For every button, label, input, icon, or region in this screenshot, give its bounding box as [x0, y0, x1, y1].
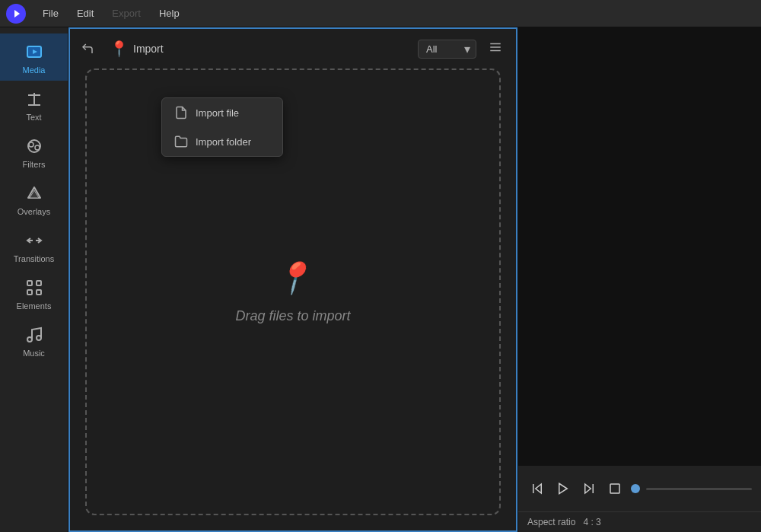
svg-rect-15 [37, 281, 41, 285]
elements-icon [24, 277, 45, 298]
progress-indicator [631, 484, 640, 493]
sidebar-label-text: Text [26, 113, 41, 122]
main-layout: Media Text Filters [0, 27, 761, 532]
step-forward-button[interactable] [579, 479, 599, 499]
import-button[interactable]: 📍 Import [103, 37, 170, 61]
import-folder-item[interactable]: Import folder [162, 127, 282, 156]
back-button[interactable] [78, 39, 97, 59]
media-icon [24, 41, 45, 62]
step-backward-button[interactable] [527, 479, 547, 499]
svg-rect-16 [27, 290, 32, 295]
filter-select-wrapper[interactable]: All Video Audio Image [418, 40, 476, 59]
sidebar: Media Text Filters [0, 27, 68, 532]
play-button[interactable] [553, 479, 573, 499]
media-toolbar: 📍 Import All Video Audio Image [78, 37, 508, 61]
filter-select[interactable]: All Video Audio Image [418, 40, 476, 59]
sidebar-label-transitions: Transitions [14, 254, 54, 263]
menu-file[interactable]: File [35, 5, 66, 22]
text-icon [24, 88, 45, 110]
aspect-ratio-label: Aspect ratio [527, 517, 575, 527]
transitions-icon [24, 230, 45, 251]
sidebar-label-overlays: Overlays [18, 207, 50, 216]
sidebar-label-media: Media [23, 65, 46, 75]
sidebar-label-elements: Elements [17, 301, 52, 311]
svg-point-18 [27, 337, 32, 342]
drop-zone-marker-icon: 📍 [274, 260, 312, 296]
menu-export: Export [104, 5, 148, 22]
import-file-item[interactable]: Import file [162, 98, 282, 127]
import-label: Import [133, 43, 164, 55]
import-folder-label: Import folder [196, 136, 251, 148]
svg-point-19 [37, 336, 41, 340]
list-view-button[interactable] [482, 37, 508, 60]
menubar: File Edit Export Help [0, 0, 761, 27]
svg-marker-0 [14, 10, 20, 18]
svg-marker-23 [536, 484, 542, 493]
overlays-icon [24, 183, 45, 204]
music-icon: ♪ [24, 324, 45, 346]
sidebar-label-music: Music [23, 349, 45, 358]
svg-point-8 [35, 145, 40, 150]
svg-rect-14 [27, 281, 32, 285]
progress-bar[interactable] [646, 488, 752, 490]
aspect-ratio-value: 4 : 3 [583, 517, 600, 527]
import-dropdown: Import file Import folder [161, 97, 283, 157]
svg-marker-25 [559, 483, 568, 494]
sidebar-label-filters: Filters [23, 160, 46, 169]
filters-icon [24, 135, 45, 157]
svg-point-7 [29, 142, 33, 147]
svg-marker-26 [585, 484, 591, 493]
sidebar-item-transitions[interactable]: Transitions [0, 222, 68, 269]
import-file-label: Import file [196, 107, 239, 119]
drop-zone[interactable]: 📍 Drag files to import [85, 68, 501, 515]
menu-edit[interactable]: Edit [69, 5, 101, 22]
sidebar-item-text[interactable]: Text [0, 81, 68, 128]
drop-zone-text: Drag files to import [235, 308, 350, 324]
preview-controls [518, 466, 761, 511]
sidebar-item-overlays[interactable]: Overlays [0, 175, 68, 222]
stop-button[interactable] [605, 479, 625, 499]
svg-rect-17 [37, 290, 41, 295]
svg-rect-28 [610, 484, 619, 493]
app-logo[interactable] [6, 4, 26, 24]
sidebar-item-elements[interactable]: Elements [0, 269, 68, 317]
sidebar-item-filters[interactable]: Filters [0, 128, 68, 175]
sidebar-item-media[interactable]: Media [0, 33, 68, 81]
menu-help[interactable]: Help [151, 5, 187, 22]
folder-icon [174, 135, 188, 148]
preview-panel: Aspect ratio 4 : 3 [517, 27, 761, 532]
aspect-ratio-bar: Aspect ratio 4 : 3 [518, 511, 761, 532]
file-icon [174, 106, 188, 119]
content-area: 📍 Import All Video Audio Image [68, 27, 517, 532]
preview-video [518, 27, 761, 466]
import-pin-icon: 📍 [110, 40, 129, 58]
sidebar-item-music[interactable]: ♪ Music [0, 317, 68, 364]
media-panel: 📍 Import All Video Audio Image [70, 29, 516, 530]
